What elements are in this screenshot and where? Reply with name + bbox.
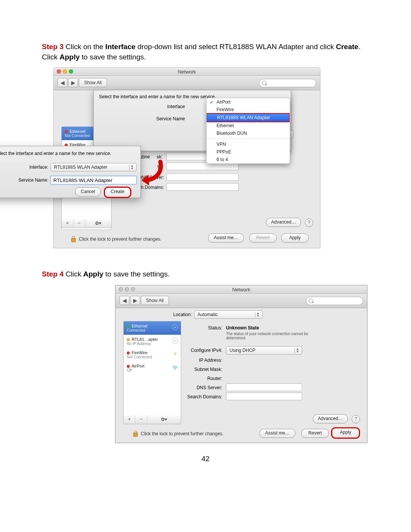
nav-back-button[interactable]: ◀	[57, 78, 67, 87]
assist-button[interactable]: Assist me…	[208, 233, 244, 243]
dns-input[interactable]	[226, 383, 302, 391]
service-sidebar: EthernetConnected ⇔ RTL81…apterNo IP Add…	[123, 321, 181, 421]
menu-item-vpn[interactable]: VPN	[207, 141, 290, 148]
lock-text: Click the lock to prevent further change…	[141, 431, 223, 436]
menu-item-firewire[interactable]: FireWire	[207, 106, 290, 113]
svg-text:⇔: ⇔	[174, 325, 176, 329]
window-toolbar: ◀ ▶ Show All	[115, 294, 367, 308]
window-body: Location: Automatic▲▼ EthernetConnected …	[115, 308, 367, 443]
advanced-button[interactable]: Advanced…	[266, 218, 301, 227]
menu-item-ethernet[interactable]: Ethernet	[207, 122, 290, 129]
sheet2-instruction: Select the interface and enter a name fo…	[0, 151, 112, 156]
window-titlebar: Network	[115, 285, 367, 294]
status-value: Unknown State	[226, 325, 259, 331]
svg-text:Y: Y	[174, 351, 177, 356]
help-button[interactable]: ?	[352, 415, 360, 423]
search-input[interactable]	[259, 79, 316, 87]
location-popup[interactable]: Automatic▲▼	[194, 310, 263, 319]
service-name-label: Service Name	[152, 116, 185, 121]
router-input[interactable]	[166, 163, 239, 170]
create-service-dialog: Select the interface and enter a name fo…	[0, 146, 141, 198]
wifi-icon	[172, 364, 178, 371]
ethernet-icon: ⇔	[172, 337, 178, 344]
minimize-icon[interactable]	[125, 287, 129, 291]
apply-button[interactable]: Apply	[281, 233, 309, 243]
ethernet-icon: ⇔	[172, 324, 178, 331]
nav-forward-button[interactable]: ▶	[130, 296, 140, 305]
svg-point-5	[175, 369, 176, 370]
window-toolbar: ◀ ▶ Show All	[53, 76, 320, 90]
configure-ipv4-popup[interactable]: Using DHCP▲▼	[226, 346, 302, 355]
sheet2-service-name-label: Service Name:	[0, 177, 48, 183]
window-title: Network	[178, 69, 196, 75]
sheet2-interface-label: Interface:	[10, 165, 48, 170]
add-service-button[interactable]: +	[62, 219, 73, 228]
step4-text: Step 4 Click Apply to save the settings.	[42, 269, 369, 280]
interface-label: Interface	[162, 104, 185, 109]
lock-icon[interactable]	[132, 431, 138, 437]
apply-button[interactable]: Apply	[331, 427, 360, 439]
dns-input[interactable]	[166, 173, 239, 181]
search-input[interactable]	[306, 297, 363, 305]
sheet-instruction: Select the interface and enter a name fo…	[99, 94, 216, 99]
nav-back-button[interactable]: ◀	[119, 296, 129, 305]
minimize-icon[interactable]	[63, 69, 67, 73]
step3-label: Step 3	[42, 43, 64, 51]
add-service-button[interactable]: +	[124, 415, 135, 424]
help-button[interactable]: ?	[305, 219, 313, 227]
close-icon[interactable]	[57, 69, 61, 73]
sidebar-item-firewire[interactable]: FireWireNot Connected Y	[124, 348, 181, 361]
search-domains-input[interactable]	[226, 393, 302, 400]
svg-text:⇔: ⇔	[174, 339, 176, 342]
step4-label: Step 4	[42, 270, 64, 278]
close-icon[interactable]	[119, 287, 123, 291]
firewire-icon: Y	[172, 350, 178, 357]
interface-popup[interactable]: RTL8188S WLAN Adapter▲▼	[51, 163, 137, 171]
menu-item-bluetooth-dun[interactable]: Bluetooth DUN	[207, 129, 290, 137]
assist-button[interactable]: Assist me…	[260, 429, 295, 438]
location-label: Location:	[169, 312, 192, 317]
nav-forward-button[interactable]: ▶	[68, 78, 78, 87]
remove-service-button[interactable]: −	[73, 219, 85, 228]
menu-item-rtl8188s[interactable]: RTL8188S WLAN Adapter	[206, 113, 290, 122]
service-name-input[interactable]	[51, 176, 137, 184]
gear-menu-button[interactable]: ✿▾	[147, 415, 181, 424]
sheet2-create-button[interactable]: Create	[104, 187, 131, 198]
lock-icon[interactable]	[70, 236, 76, 242]
show-all-button[interactable]: Show All	[79, 78, 107, 87]
remove-service-button[interactable]: −	[135, 415, 147, 424]
revert-button[interactable]: Revert	[249, 233, 277, 243]
zoom-icon[interactable]	[131, 287, 135, 291]
sidebar-toolbar: + − ✿▾	[123, 415, 181, 424]
sidebar-toolbar: + − ✿▾	[61, 219, 112, 228]
sidebar-item-ethernet[interactable]: EthernetConnected ⇔	[124, 321, 181, 335]
window-title: Network	[232, 287, 250, 292]
menu-item-6to4[interactable]: 6 to 4	[207, 156, 290, 163]
status-desc: The status of your network connection ca…	[226, 332, 314, 340]
window-titlebar: Network	[53, 67, 320, 76]
search-domains-input[interactable]	[166, 183, 239, 191]
screenshot-step4: Network ◀ ▶ Show All Location: Automatic…	[115, 285, 368, 443]
zoom-icon[interactable]	[69, 69, 73, 73]
traffic-lights	[57, 69, 73, 73]
page-number: 42	[42, 455, 369, 463]
show-all-button[interactable]: Show All	[141, 296, 169, 305]
advanced-button[interactable]: Advanced…	[313, 414, 348, 423]
sidebar-item-airport[interactable]: AirPortOff	[124, 361, 181, 375]
step3-text: Step 3 Click on the Interface drop-down …	[42, 42, 369, 62]
menu-item-pppoe[interactable]: PPPoE	[207, 148, 290, 156]
lock-text: Click the lock to prevent further change…	[79, 236, 161, 242]
sidebar-item-rtl81[interactable]: RTL81…apterNo IP Address ⇔	[124, 335, 181, 348]
sheet2-cancel-button[interactable]: Cancel	[75, 187, 101, 197]
interface-dropdown-menu[interactable]: ✓AirPort FireWire RTL8188S WLAN Adapter …	[206, 98, 290, 164]
traffic-lights	[119, 287, 135, 291]
revert-button[interactable]: Revert	[301, 429, 329, 438]
gear-menu-button[interactable]: ✿▾	[85, 219, 111, 228]
menu-item-airport[interactable]: ✓AirPort	[207, 98, 290, 106]
